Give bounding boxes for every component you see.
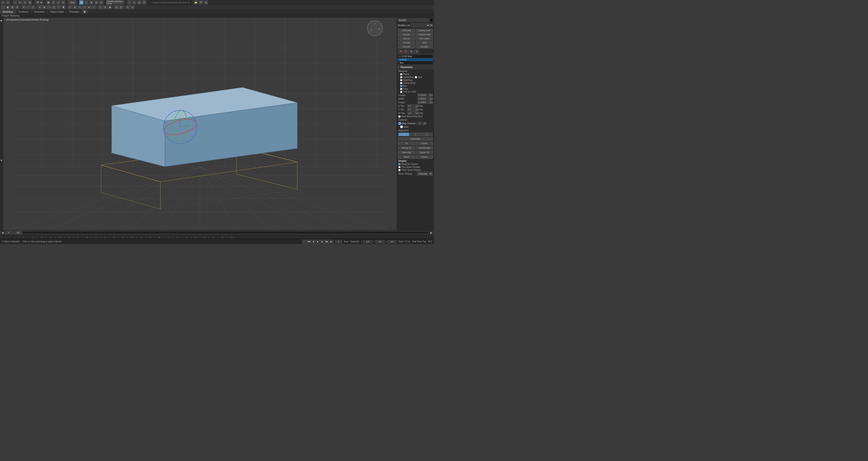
radio-planar-input[interactable] [400, 73, 402, 75]
scale-button[interactable]: ⊕ [28, 0, 32, 4]
modifier-extrude[interactable]: Extrude [398, 41, 415, 44]
viewport[interactable]: Y X Z + [Perspective] [Standard] [Defaul… [3, 18, 397, 230]
modifier-uwv-map[interactable]: UVW Map [398, 29, 415, 32]
seam-display-dropdown[interactable]: Selected [417, 172, 433, 176]
acquire-btn[interactable]: Acquire [416, 155, 433, 159]
s2-tool-10[interactable]: ○ [47, 5, 51, 9]
tool-5[interactable]: ⊡ [99, 0, 103, 4]
show-no-seams-radio[interactable] [398, 163, 401, 165]
undo-button[interactable]: ↩ [1, 0, 5, 4]
s2-tool-5[interactable]: ✛ [22, 5, 26, 9]
snap-button[interactable]: ▦ [46, 0, 51, 4]
s2-tool-6[interactable]: → [26, 5, 31, 9]
stack-list[interactable]: ☰ [403, 50, 408, 53]
s2-tool-11[interactable]: ◯ [52, 5, 56, 9]
s2-tool-7[interactable]: ⬡ [31, 5, 35, 9]
prev-key-btn[interactable]: ◀ [311, 240, 315, 244]
s2-tool-22[interactable]: ▦ [108, 5, 112, 9]
radio-xyz-input[interactable] [400, 91, 402, 93]
asset-track[interactable]: 📁 [194, 0, 198, 4]
modifier-unwrap-uvw[interactable]: Unwrap UVW [416, 29, 433, 32]
stack-item-uvwmap[interactable]: 👁 UVW Map [398, 55, 433, 58]
s2-tool-26[interactable]: ⊘ [130, 5, 134, 9]
map-channel-spinner[interactable]: ▲▼ [424, 122, 426, 125]
radio-shrinkwrap[interactable]: Shrink Wrap [397, 81, 434, 85]
v-spinner[interactable]: ▲▼ [416, 108, 418, 111]
real-world-checkbox[interactable] [398, 116, 401, 118]
radio-face[interactable]: Face [397, 88, 434, 90]
modifier-ffd-select[interactable]: FFD Select [416, 37, 433, 40]
s2-tool-21[interactable]: ⊟ [103, 5, 107, 9]
s2-tool-24[interactable]: ⊡ [119, 5, 123, 9]
current-frame-display[interactable] [335, 240, 342, 243]
modifier-expand[interactable]: ▼ [430, 24, 433, 27]
align-btn[interactable]: ≡ [132, 0, 136, 4]
thick-seam-radio[interactable] [398, 169, 401, 171]
last-frame-btn[interactable]: ▶| [329, 240, 333, 244]
bitmap-fit-btn[interactable]: Bitmap Fit [398, 146, 415, 150]
checkbox-cap[interactable]: Cap [415, 76, 422, 78]
length-spinner[interactable]: ▲▼ [430, 94, 433, 97]
s2-tool-4[interactable]: ☰ [15, 5, 19, 9]
width-spinner[interactable]: ▲▼ [430, 97, 433, 100]
percent-snap[interactable]: % [61, 0, 65, 4]
s2-tool-13[interactable]: ⬮ [61, 5, 66, 9]
tab-modeling[interactable]: Modeling [0, 9, 16, 14]
modifier-dropdown[interactable] [411, 23, 430, 27]
next-frame-btn[interactable]: ▶▶ [325, 240, 329, 244]
snap-toggle[interactable]: S [51, 0, 55, 4]
real-world-row[interactable]: Real-World Map Size [397, 115, 434, 118]
play-btn[interactable]: ▶ [316, 240, 320, 244]
tab-freeform[interactable]: Freeform [16, 9, 32, 14]
add-time-tag[interactable]: Add Time Tag [412, 240, 426, 243]
timeline-expand[interactable]: ◀ [1, 231, 4, 234]
radio-cylindrical[interactable]: Cylindrical [400, 76, 413, 78]
s2-tool-16[interactable]: ↗ [78, 5, 82, 9]
view-align-btn[interactable]: View Align [398, 151, 415, 154]
x-coord[interactable] [363, 240, 372, 243]
y-coord[interactable] [375, 240, 384, 243]
radio-box-input[interactable] [400, 85, 402, 87]
parameters-header[interactable]: ▼ Parameters [397, 65, 434, 69]
vertex-color-radio[interactable] [400, 125, 403, 128]
radio-planar[interactable]: Planar [397, 73, 434, 76]
eye-icon-uvw[interactable]: 👁 [399, 55, 401, 58]
reset-btn[interactable]: Reset [398, 155, 415, 159]
s2-tool-9[interactable]: ◐ [42, 5, 46, 9]
stack-pin[interactable]: 📌 [398, 50, 403, 53]
s2-tool-23[interactable]: ☵ [114, 5, 119, 9]
mirror-btn[interactable]: ⌗ [127, 0, 131, 4]
s2-tool-3[interactable]: ⊞ [10, 5, 14, 9]
s2-tool-2[interactable]: ▣ [6, 5, 10, 9]
frame-current-input[interactable] [5, 231, 12, 234]
thick-seam-row[interactable]: Thick Seam Display [397, 168, 434, 171]
modifier-smooth[interactable]: Smooth [398, 33, 415, 36]
modifier-shell[interactable]: Shell [416, 41, 433, 44]
align-y-btn[interactable]: Y [410, 133, 421, 136]
s2-tool-15[interactable]: ⊕ [73, 5, 77, 9]
modifier-morpher[interactable]: MorphEr [416, 45, 433, 48]
modifier-chamfer[interactable]: Chamfer [398, 45, 415, 48]
u-spinner[interactable]: ▲▼ [416, 104, 418, 107]
s2-tool-20[interactable]: ≡ [98, 5, 102, 9]
manipulate-btn[interactable]: Manipulate [398, 137, 433, 141]
stack-delete[interactable]: 🗑 [409, 50, 414, 53]
radio-spherical[interactable]: Spherical [397, 78, 434, 81]
tab-more[interactable]: ▶ [83, 10, 87, 14]
radio-shrinkwrap-input[interactable] [400, 82, 402, 84]
key-frame-btn[interactable]: ⬛ [302, 240, 306, 244]
w-spinner[interactable]: ▲▼ [416, 111, 418, 115]
thin-seam-row[interactable]: Thin Seam Display [397, 166, 434, 168]
angle-snap[interactable]: A [56, 0, 60, 4]
clone-btn[interactable]: ❐ [142, 0, 146, 4]
move-button[interactable]: ✛ [18, 0, 22, 4]
rotate-button[interactable]: ↻ [23, 0, 27, 4]
active-tool[interactable]: ◉ [79, 0, 84, 4]
stack-item-box[interactable]: Box [398, 61, 433, 65]
modifier-turbosmooth[interactable]: TurboSmooth [416, 33, 433, 36]
spacing-btn[interactable]: ⊞ [137, 0, 141, 4]
s2-tool-25[interactable]: ✎ [126, 5, 130, 9]
tab-object-paint[interactable]: Object Paint [48, 9, 67, 14]
s2-tool-1[interactable]: ⬚ [1, 5, 5, 9]
render-settings[interactable]: ⚙ [204, 0, 208, 4]
